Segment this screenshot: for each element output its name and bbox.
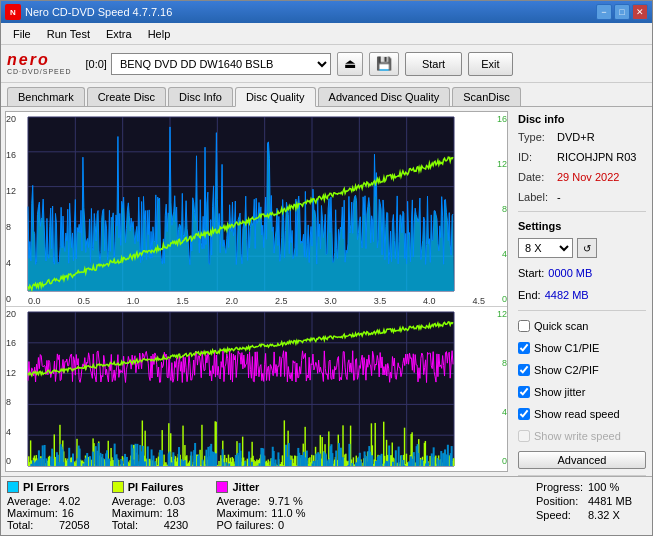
- disc-info-title: Disc info: [518, 113, 646, 125]
- id-row: ID: RICOHJPN R03: [518, 149, 646, 165]
- window-title: Nero CD-DVD Speed 4.7.7.16: [25, 6, 596, 18]
- pi-failures-max: Maximum: 18: [112, 507, 207, 519]
- quick-scan-label: Quick scan: [534, 317, 588, 335]
- progress-row: Progress: 100 %: [536, 481, 646, 493]
- pi-failures-avg: Average: 0.03: [112, 495, 207, 507]
- date-row: Date: 29 Nov 2022: [518, 169, 646, 185]
- position-row: Position: 4481 MB: [536, 495, 646, 507]
- show-c1pie-row: Show C1/PIE: [518, 339, 646, 357]
- exit-button[interactable]: Exit: [468, 52, 512, 76]
- start-row: Start: 0000 MB: [518, 264, 646, 282]
- nero-sub: CD·DVD/SPEED: [7, 68, 72, 76]
- pi-errors-max: Maximum: 16: [7, 507, 102, 519]
- pi-errors-color: [7, 481, 19, 493]
- id-value: RICOHJPN R03: [557, 149, 636, 165]
- lower-y-labels: 0 4 8 12 16 20: [6, 307, 28, 468]
- settings-title: Settings: [518, 220, 646, 232]
- jitter-label: Jitter: [232, 481, 259, 493]
- type-value: DVD+R: [557, 129, 595, 145]
- show-jitter-label: Show jitter: [534, 383, 585, 401]
- tab-scan-disc[interactable]: ScanDisc: [452, 87, 520, 106]
- po-failures: PO failures: 0: [216, 519, 317, 531]
- start-value: 0000 MB: [548, 264, 592, 282]
- pi-errors-group: PI Errors Average: 4.02 Maximum: 16 Tota…: [7, 481, 102, 531]
- app-icon: N: [5, 4, 21, 20]
- speed-row: Speed: 8.32 X: [536, 509, 646, 521]
- window-controls: − □ ✕: [596, 4, 648, 20]
- quick-scan-row: Quick scan: [518, 317, 646, 335]
- show-c2pif-row: Show C2/PIF: [518, 361, 646, 379]
- minimize-button[interactable]: −: [596, 4, 612, 20]
- jitter-group: Jitter Average: 9.71 % Maximum: 11.0 % P…: [216, 481, 317, 531]
- pi-failures-header: PI Failures: [112, 481, 207, 493]
- show-c1pie-label: Show C1/PIE: [534, 339, 599, 357]
- label-row: Label: -: [518, 189, 646, 205]
- menu-file[interactable]: File: [5, 26, 39, 42]
- show-c2pif-checkbox[interactable]: [518, 364, 530, 376]
- speed-row: 8 X ↺: [518, 238, 646, 258]
- refresh-speed-button[interactable]: ↺: [577, 238, 597, 258]
- bottom-stats: PI Errors Average: 4.02 Maximum: 16 Tota…: [1, 476, 652, 535]
- tab-disc-quality[interactable]: Disc Quality: [235, 87, 316, 107]
- pi-errors-header: PI Errors: [7, 481, 102, 493]
- menu-bar: File Run Test Extra Help: [1, 23, 652, 45]
- menu-run-test[interactable]: Run Test: [39, 26, 98, 42]
- nero-logo: nero: [7, 51, 72, 69]
- drive-combo[interactable]: BENQ DVD DD DW1640 BSLB: [111, 53, 331, 75]
- type-label: Type:: [518, 129, 553, 145]
- eject-button[interactable]: ⏏: [337, 52, 363, 76]
- show-c2pif-label: Show C2/PIF: [534, 361, 599, 379]
- title-bar: N Nero CD-DVD Speed 4.7.7.16 − □ ✕: [1, 1, 652, 23]
- show-read-speed-checkbox[interactable]: [518, 408, 530, 420]
- end-value: 4482 MB: [545, 286, 589, 304]
- drive-select: [0:0] BENQ DVD DD DW1640 BSLB: [86, 53, 331, 75]
- show-jitter-checkbox[interactable]: [518, 386, 530, 398]
- start-label: Start:: [518, 264, 544, 282]
- jitter-color: [216, 481, 228, 493]
- show-c1pie-checkbox[interactable]: [518, 342, 530, 354]
- drive-label: [0:0]: [86, 58, 107, 70]
- divider-1: [518, 211, 646, 212]
- close-button[interactable]: ✕: [632, 4, 648, 20]
- pi-failures-color: [112, 481, 124, 493]
- show-jitter-row: Show jitter: [518, 383, 646, 401]
- chart-area: 0 4 8 12 16 20 0 4 8 12 16 0.0: [5, 111, 508, 472]
- show-write-speed-row: Show write speed: [518, 427, 646, 445]
- save-button[interactable]: 💾: [369, 52, 399, 76]
- tab-advanced-disc-quality[interactable]: Advanced Disc Quality: [318, 87, 451, 106]
- label-label: Label:: [518, 189, 553, 205]
- menu-help[interactable]: Help: [140, 26, 179, 42]
- jitter-avg: Average: 9.71 %: [216, 495, 317, 507]
- speed-combo[interactable]: 8 X: [518, 238, 573, 258]
- upper-chart: 0 4 8 12 16 20 0 4 8 12 16 0.0: [6, 112, 507, 307]
- lower-y-labels-right: 0 4 8 12: [485, 307, 507, 468]
- tab-disc-info[interactable]: Disc Info: [168, 87, 233, 106]
- tab-create-disc[interactable]: Create Disc: [87, 87, 166, 106]
- date-value: 29 Nov 2022: [557, 169, 619, 185]
- maximize-button[interactable]: □: [614, 4, 630, 20]
- upper-x-labels: 0.0 0.5 1.0 1.5 2.0 2.5 3.0 3.5 4.0 4.5: [28, 296, 485, 306]
- end-row: End: 4482 MB: [518, 286, 646, 304]
- pi-failures-group: PI Failures Average: 0.03 Maximum: 18 To…: [112, 481, 207, 531]
- pi-errors-avg: Average: 4.02: [7, 495, 102, 507]
- main-window: N Nero CD-DVD Speed 4.7.7.16 − □ ✕ File …: [0, 0, 653, 536]
- start-button[interactable]: Start: [405, 52, 462, 76]
- content-area: 0 4 8 12 16 20 0 4 8 12 16 0.0: [1, 107, 652, 476]
- show-write-speed-checkbox[interactable]: [518, 430, 530, 442]
- show-read-speed-label: Show read speed: [534, 405, 620, 423]
- advanced-button[interactable]: Advanced: [518, 451, 646, 469]
- id-label: ID:: [518, 149, 553, 165]
- tab-benchmark[interactable]: Benchmark: [7, 87, 85, 106]
- date-label: Date:: [518, 169, 553, 185]
- pi-errors-label: PI Errors: [23, 481, 69, 493]
- pi-failures-label: PI Failures: [128, 481, 184, 493]
- upper-y-labels: 0 4 8 12 16 20: [6, 112, 28, 306]
- quick-scan-checkbox[interactable]: [518, 320, 530, 332]
- pi-errors-total: Total: 72058: [7, 519, 102, 531]
- menu-extra[interactable]: Extra: [98, 26, 140, 42]
- tabs: Benchmark Create Disc Disc Info Disc Qua…: [1, 83, 652, 107]
- upper-y-labels-right: 0 4 8 12 16: [485, 112, 507, 306]
- pi-failures-total: Total: 4230: [112, 519, 207, 531]
- jitter-max: Maximum: 11.0 %: [216, 507, 317, 519]
- toolbar: nero CD·DVD/SPEED [0:0] BENQ DVD DD DW16…: [1, 45, 652, 83]
